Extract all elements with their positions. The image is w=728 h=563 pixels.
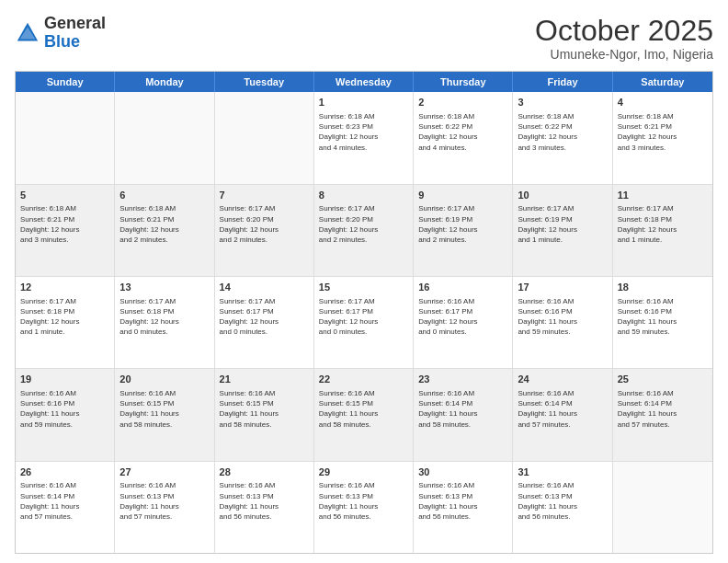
cell-text: Sunrise: 6:18 AM Sunset: 6:22 PM Dayligh…	[418, 111, 507, 153]
cal-header-saturday: Saturday	[613, 72, 712, 92]
cal-cell: 7Sunrise: 6:17 AM Sunset: 6:20 PM Daylig…	[215, 185, 314, 276]
cell-text: Sunrise: 6:16 AM Sunset: 6:14 PM Dayligh…	[518, 388, 607, 430]
cal-cell: 31Sunrise: 6:16 AM Sunset: 6:13 PM Dayli…	[513, 462, 612, 553]
cal-cell: 15Sunrise: 6:17 AM Sunset: 6:17 PM Dayli…	[314, 277, 414, 368]
cell-text: Sunrise: 6:16 AM Sunset: 6:16 PM Dayligh…	[518, 296, 607, 338]
cal-cell	[215, 92, 314, 183]
cal-cell: 28Sunrise: 6:16 AM Sunset: 6:13 PM Dayli…	[215, 462, 314, 553]
logo-blue-text: Blue	[44, 32, 80, 51]
day-number: 15	[319, 281, 408, 294]
cell-text: Sunrise: 6:16 AM Sunset: 6:13 PM Dayligh…	[119, 480, 209, 522]
cell-text: Sunrise: 6:16 AM Sunset: 6:17 PM Dayligh…	[418, 296, 507, 338]
cal-cell: 19Sunrise: 6:16 AM Sunset: 6:16 PM Dayli…	[16, 369, 115, 460]
cell-text: Sunrise: 6:16 AM Sunset: 6:15 PM Dayligh…	[220, 388, 309, 430]
cell-text: Sunrise: 6:16 AM Sunset: 6:15 PM Dayligh…	[319, 388, 408, 430]
day-number: 30	[418, 465, 507, 479]
cell-text: Sunrise: 6:17 AM Sunset: 6:17 PM Dayligh…	[220, 296, 309, 338]
day-number: 29	[319, 465, 408, 479]
cal-cell: 18Sunrise: 6:16 AM Sunset: 6:16 PM Dayli…	[613, 277, 712, 368]
day-number: 23	[418, 373, 507, 386]
cal-cell: 20Sunrise: 6:16 AM Sunset: 6:15 PM Dayli…	[115, 369, 214, 460]
day-number: 22	[319, 373, 408, 386]
cal-cell: 13Sunrise: 6:17 AM Sunset: 6:18 PM Dayli…	[115, 277, 214, 368]
day-number: 18	[618, 281, 708, 294]
day-number: 11	[618, 189, 708, 202]
cell-text: Sunrise: 6:18 AM Sunset: 6:21 PM Dayligh…	[119, 203, 209, 245]
day-number: 2	[418, 96, 507, 109]
cell-text: Sunrise: 6:16 AM Sunset: 6:14 PM Dayligh…	[20, 480, 109, 522]
cell-text: Sunrise: 6:16 AM Sunset: 6:15 PM Dayligh…	[119, 388, 209, 430]
cal-cell: 17Sunrise: 6:16 AM Sunset: 6:16 PM Dayli…	[513, 277, 612, 368]
calendar-body: 1Sunrise: 6:18 AM Sunset: 6:23 PM Daylig…	[16, 92, 712, 553]
cal-cell: 23Sunrise: 6:16 AM Sunset: 6:14 PM Dayli…	[414, 369, 513, 460]
cal-header-wednesday: Wednesday	[314, 72, 414, 92]
title-block: October 2025 Umuneke-Ngor, Imo, Nigeria	[535, 15, 713, 62]
cal-header-sunday: Sunday	[16, 72, 115, 92]
cal-cell: 25Sunrise: 6:16 AM Sunset: 6:14 PM Dayli…	[613, 369, 712, 460]
day-number: 19	[20, 373, 109, 386]
logo: General Blue	[15, 15, 106, 52]
cell-text: Sunrise: 6:17 AM Sunset: 6:20 PM Dayligh…	[220, 203, 309, 245]
cal-cell: 27Sunrise: 6:16 AM Sunset: 6:13 PM Dayli…	[115, 462, 214, 553]
calendar-title: October 2025	[535, 15, 713, 47]
cell-text: Sunrise: 6:16 AM Sunset: 6:14 PM Dayligh…	[618, 388, 708, 430]
cal-cell: 3Sunrise: 6:18 AM Sunset: 6:22 PM Daylig…	[513, 92, 612, 183]
cell-text: Sunrise: 6:17 AM Sunset: 6:19 PM Dayligh…	[418, 203, 507, 245]
day-number: 3	[518, 96, 607, 109]
cal-cell	[613, 462, 712, 553]
cell-text: Sunrise: 6:16 AM Sunset: 6:13 PM Dayligh…	[220, 480, 309, 522]
cell-text: Sunrise: 6:18 AM Sunset: 6:21 PM Dayligh…	[618, 111, 708, 153]
day-number: 26	[20, 465, 109, 479]
day-number: 5	[20, 189, 109, 202]
day-number: 20	[119, 373, 209, 386]
cell-text: Sunrise: 6:16 AM Sunset: 6:14 PM Dayligh…	[418, 388, 507, 430]
header: General Blue October 2025 Umuneke-Ngor, …	[15, 15, 713, 62]
day-number: 14	[220, 281, 309, 294]
cal-cell: 9Sunrise: 6:17 AM Sunset: 6:19 PM Daylig…	[414, 185, 513, 276]
day-number: 9	[418, 189, 507, 202]
cell-text: Sunrise: 6:17 AM Sunset: 6:20 PM Dayligh…	[319, 203, 408, 245]
cell-text: Sunrise: 6:18 AM Sunset: 6:23 PM Dayligh…	[319, 111, 408, 153]
day-number: 10	[518, 189, 607, 202]
cal-cell: 6Sunrise: 6:18 AM Sunset: 6:21 PM Daylig…	[115, 185, 214, 276]
cal-cell: 14Sunrise: 6:17 AM Sunset: 6:17 PM Dayli…	[215, 277, 314, 368]
cell-text: Sunrise: 6:16 AM Sunset: 6:13 PM Dayligh…	[518, 480, 607, 522]
cell-text: Sunrise: 6:17 AM Sunset: 6:18 PM Dayligh…	[119, 296, 209, 338]
cal-header-thursday: Thursday	[414, 72, 513, 92]
cal-cell: 30Sunrise: 6:16 AM Sunset: 6:13 PM Dayli…	[414, 462, 513, 553]
cell-text: Sunrise: 6:17 AM Sunset: 6:17 PM Dayligh…	[319, 296, 408, 338]
cell-text: Sunrise: 6:16 AM Sunset: 6:16 PM Dayligh…	[618, 296, 708, 338]
calendar-week-1: 1Sunrise: 6:18 AM Sunset: 6:23 PM Daylig…	[16, 92, 712, 184]
cal-header-friday: Friday	[513, 72, 612, 92]
day-number: 25	[618, 373, 708, 386]
day-number: 21	[220, 373, 309, 386]
cal-header-tuesday: Tuesday	[215, 72, 314, 92]
page: General Blue October 2025 Umuneke-Ngor, …	[0, 0, 728, 563]
cal-cell: 21Sunrise: 6:16 AM Sunset: 6:15 PM Dayli…	[215, 369, 314, 460]
cal-cell: 10Sunrise: 6:17 AM Sunset: 6:19 PM Dayli…	[513, 185, 612, 276]
day-number: 31	[518, 465, 607, 479]
cal-cell: 12Sunrise: 6:17 AM Sunset: 6:18 PM Dayli…	[16, 277, 115, 368]
cal-header-monday: Monday	[115, 72, 214, 92]
calendar-week-2: 5Sunrise: 6:18 AM Sunset: 6:21 PM Daylig…	[16, 185, 712, 277]
cell-text: Sunrise: 6:16 AM Sunset: 6:13 PM Dayligh…	[418, 480, 507, 522]
calendar: SundayMondayTuesdayWednesdayThursdayFrid…	[15, 71, 713, 554]
cal-cell: 11Sunrise: 6:17 AM Sunset: 6:18 PM Dayli…	[613, 185, 712, 276]
cal-cell: 1Sunrise: 6:18 AM Sunset: 6:23 PM Daylig…	[314, 92, 414, 183]
cal-cell	[115, 92, 214, 183]
calendar-week-5: 26Sunrise: 6:16 AM Sunset: 6:14 PM Dayli…	[16, 462, 712, 553]
cal-cell: 4Sunrise: 6:18 AM Sunset: 6:21 PM Daylig…	[613, 92, 712, 183]
day-number: 16	[418, 281, 507, 294]
day-number: 12	[20, 281, 109, 294]
cell-text: Sunrise: 6:18 AM Sunset: 6:21 PM Dayligh…	[20, 203, 109, 245]
cell-text: Sunrise: 6:16 AM Sunset: 6:13 PM Dayligh…	[319, 480, 408, 522]
day-number: 24	[518, 373, 607, 386]
cal-cell: 29Sunrise: 6:16 AM Sunset: 6:13 PM Dayli…	[314, 462, 414, 553]
cell-text: Sunrise: 6:17 AM Sunset: 6:18 PM Dayligh…	[618, 203, 708, 245]
logo-text: General Blue	[44, 15, 106, 52]
logo-icon	[15, 20, 40, 46]
cal-cell	[16, 92, 115, 183]
day-number: 8	[319, 189, 408, 202]
calendar-week-3: 12Sunrise: 6:17 AM Sunset: 6:18 PM Dayli…	[16, 277, 712, 369]
day-number: 4	[618, 96, 708, 109]
